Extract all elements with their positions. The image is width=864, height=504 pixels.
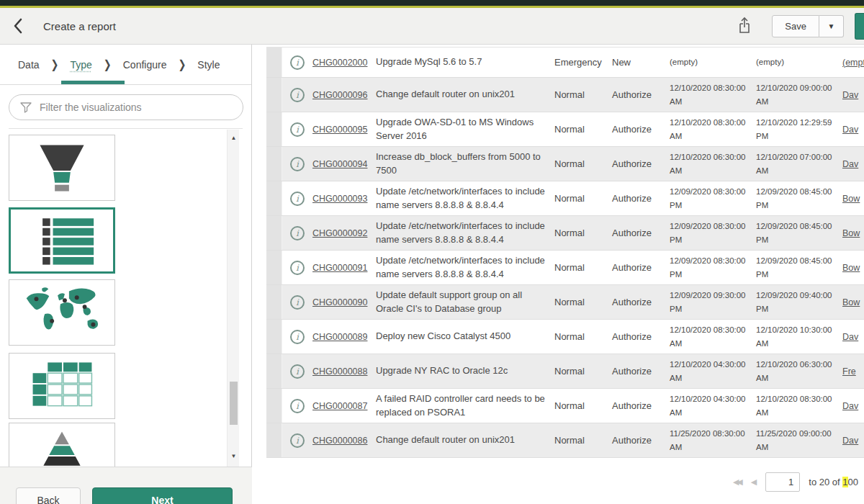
info-icon[interactable]: i	[290, 399, 305, 413]
state-value: Authorize	[612, 262, 670, 273]
end-date-value: 12/10/2020 09:00:00 AM	[756, 81, 842, 108]
clipped-primary-button[interactable]	[855, 13, 864, 40]
assigned-to-link[interactable]: Bow	[842, 263, 864, 273]
assigned-to-link[interactable]: Fre	[842, 366, 864, 377]
end-date-value: 12/10/2020 12:29:59 PM	[756, 116, 842, 143]
info-icon[interactable]: i	[290, 192, 305, 206]
table-row[interactable]: i CHG0000095 Upgrade OWA-SD-01 to MS Win…	[266, 112, 864, 147]
table-row[interactable]: i CHG0000094 Increase db_block_buffers f…	[266, 147, 864, 181]
wizard-step-type[interactable]: Type	[70, 59, 91, 71]
change-number-link[interactable]: CHG0000093	[312, 194, 376, 204]
viz-type-list[interactable]	[9, 207, 115, 274]
assigned-to-link[interactable]: Bow	[842, 297, 864, 307]
first-page-button[interactable]: ◀◀	[733, 477, 741, 487]
change-number-link[interactable]: CHG0000086	[312, 436, 376, 446]
funnel-chart-icon	[9, 135, 114, 201]
wizard-step-data[interactable]: Data	[18, 59, 40, 71]
table-row[interactable]: i CHG0000093 Update /etc/network/interfa…	[266, 181, 864, 216]
change-number-link[interactable]: CHG0000092	[312, 228, 376, 238]
viz-list-scrollbar[interactable]: ▲ ▼	[227, 130, 239, 467]
table-row[interactable]: i CHG0000089 Deploy new Cisco Catalyst 4…	[266, 320, 864, 354]
change-number-link[interactable]: CHG0000091	[312, 263, 376, 273]
row-gutter	[266, 112, 282, 146]
chevron-left-icon	[13, 17, 23, 35]
page-title: Create a report	[43, 20, 116, 32]
scroll-up-icon[interactable]: ▲	[228, 132, 240, 144]
scroll-down-icon[interactable]: ▼	[228, 451, 240, 462]
change-number-link[interactable]: CHG0000089	[312, 332, 376, 342]
table-row[interactable]: i CHG0000086 Change default router on un…	[266, 423, 864, 458]
report-preview-area: i CHG0002000 Upgrade MySql 5.6 to 5.7 Em…	[253, 45, 864, 504]
short-description: A failed RAID controller card needs to b…	[376, 392, 554, 420]
assigned-to-link[interactable]: Dav	[842, 125, 864, 135]
info-icon[interactable]: i	[290, 330, 305, 344]
report-wizard-panel: Data ❯ Type ❯ Configure ❯ Style	[0, 45, 252, 504]
scrollbar-thumb[interactable]	[230, 382, 238, 425]
table-row[interactable]: i CHG0000091 Update /etc/network/interfa…	[266, 251, 864, 285]
assigned-to-link[interactable]: Bow	[842, 194, 864, 204]
change-request-table: i CHG0002000 Upgrade MySql 5.6 to 5.7 Em…	[266, 47, 864, 458]
info-icon[interactable]: i	[290, 295, 305, 310]
end-date-value: 12/09/2020 09:40:00 PM	[756, 289, 842, 315]
end-date-value: 12/09/2020 08:45:00 PM	[756, 185, 842, 212]
viz-type-table[interactable]	[9, 353, 115, 419]
assigned-to-link[interactable]: (empty)	[842, 58, 864, 68]
end-date-value: 12/09/2020 08:45:00 PM	[756, 220, 842, 246]
save-button[interactable]: Save	[772, 15, 819, 37]
info-icon[interactable]: i	[290, 157, 305, 171]
wizard-breadcrumb: Data ❯ Type ❯ Configure ❯ Style	[0, 45, 251, 85]
filter-input[interactable]	[9, 94, 243, 120]
page-number-input[interactable]	[765, 472, 800, 492]
back-chevron-button[interactable]	[13, 17, 27, 35]
assigned-to-link[interactable]: Dav	[842, 90, 864, 100]
change-number-link[interactable]: CHG0000096	[312, 90, 376, 100]
short-description: Upgrade MySql 5.6 to 5.7	[376, 55, 554, 69]
share-button[interactable]	[737, 17, 752, 35]
short-description: Update /etc/network/interfaces to includ…	[376, 220, 554, 247]
start-date-value: 11/25/2020 08:30:00 AM	[670, 427, 756, 454]
info-icon[interactable]: i	[290, 122, 305, 137]
wizard-step-style[interactable]: Style	[197, 59, 220, 71]
assigned-to-link[interactable]: Dav	[842, 401, 864, 411]
change-number-link[interactable]: CHG0000095	[312, 125, 376, 135]
save-dropdown-button[interactable]: ▼	[819, 15, 844, 37]
info-icon[interactable]: i	[290, 261, 305, 275]
short-description: Update /etc/network/interfaces to includ…	[376, 254, 554, 282]
share-icon	[737, 17, 752, 35]
assigned-to-link[interactable]: Dav	[842, 436, 864, 446]
table-row[interactable]: i CHG0000087 A failed RAID controller ca…	[266, 389, 864, 423]
end-date-value: 11/25/2020 09:00:00 AM	[756, 427, 842, 454]
start-date-value: 12/09/2020 09:30:00 PM	[670, 289, 756, 315]
short-description: Deploy new Cisco Catalyst 4500	[376, 330, 554, 343]
chevron-right-icon: ❯	[178, 58, 186, 71]
start-date-value: 12/09/2020 08:30:00 PM	[670, 254, 756, 281]
table-row[interactable]: i CHG0000088 Upgrade NY RAC to Oracle 12…	[266, 354, 864, 389]
info-icon[interactable]: i	[290, 433, 305, 448]
info-icon[interactable]: i	[290, 88, 305, 102]
viz-type-funnel[interactable]	[9, 135, 115, 201]
assigned-to-link[interactable]: Dav	[842, 332, 864, 342]
assigned-to-link[interactable]: Dav	[842, 159, 864, 169]
change-number-link[interactable]: CHG0000088	[312, 366, 376, 377]
table-row[interactable]: i CHG0000090 Update default support grou…	[266, 285, 864, 320]
info-icon[interactable]: i	[290, 55, 305, 70]
info-icon[interactable]: i	[290, 364, 305, 379]
change-number-link[interactable]: CHG0002000	[312, 58, 376, 68]
change-number-link[interactable]: CHG0000094	[312, 159, 376, 169]
table-row[interactable]: i CHG0002000 Upgrade MySql 5.6 to 5.7 Em…	[266, 47, 864, 78]
table-row[interactable]: i CHG0000096 Change default router on un…	[266, 78, 864, 112]
wizard-step-configure[interactable]: Configure	[123, 59, 167, 71]
viz-type-pyramid[interactable]	[9, 423, 115, 467]
table-row[interactable]: i CHG0000092 Update /etc/network/interfa…	[266, 216, 864, 251]
info-icon[interactable]: i	[290, 226, 305, 240]
end-date-value: 12/10/2020 08:30:00 AM	[756, 392, 842, 419]
change-number-link[interactable]: CHG0000090	[312, 297, 376, 307]
priority-value: Normal	[554, 262, 612, 273]
change-number-link[interactable]: CHG0000087	[312, 401, 376, 411]
next-button[interactable]: Next	[92, 487, 233, 504]
prev-page-button[interactable]: ◀	[751, 477, 757, 487]
back-button[interactable]: Back	[16, 487, 81, 504]
assigned-to-link[interactable]: Bow	[842, 228, 864, 238]
pagination-total-highlight: 1	[842, 477, 847, 487]
viz-type-map[interactable]	[9, 279, 115, 346]
